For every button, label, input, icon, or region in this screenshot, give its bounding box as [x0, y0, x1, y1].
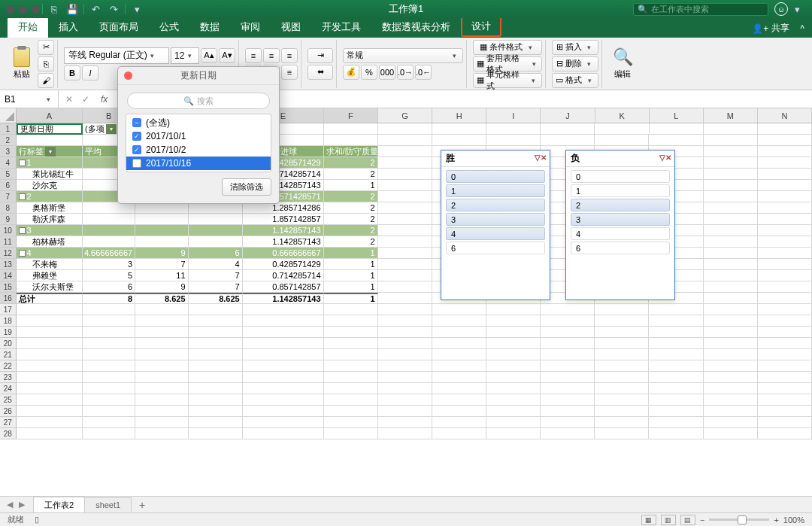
cell[interactable] — [324, 372, 378, 383]
cell[interactable] — [541, 135, 595, 146]
cell[interactable] — [432, 327, 486, 338]
slicer-item[interactable]: 1 — [571, 184, 670, 197]
cell[interactable] — [486, 338, 541, 349]
column-header[interactable]: F — [324, 108, 378, 123]
minimize-window-icon[interactable] — [19, 5, 27, 14]
cell[interactable] — [758, 123, 812, 135]
cell[interactable] — [541, 349, 595, 360]
row-header[interactable]: 24 — [0, 383, 17, 394]
cell[interactable]: 9 — [135, 281, 188, 293]
cell[interactable]: 7 — [135, 259, 188, 270]
cell[interactable] — [541, 123, 595, 135]
cell[interactable]: 0.714285714 — [243, 270, 324, 281]
cell[interactable] — [704, 236, 758, 248]
cell[interactable] — [83, 360, 135, 372]
percent-icon[interactable]: % — [361, 65, 377, 80]
cell[interactable] — [486, 327, 541, 338]
cell[interactable]: 8.625 — [135, 293, 188, 304]
collapse-icon[interactable]: − — [19, 227, 26, 234]
row-header[interactable]: 4 — [0, 157, 17, 169]
wrap-text-icon[interactable]: ⇥ — [308, 48, 333, 63]
column-header[interactable]: L — [650, 108, 704, 123]
clear-filter-icon[interactable]: ▽✕ — [659, 154, 670, 164]
cell[interactable] — [135, 202, 188, 214]
cell[interactable] — [432, 349, 486, 360]
cell[interactable] — [649, 135, 703, 146]
cell[interactable]: 5 — [83, 270, 135, 281]
cell[interactable]: 1 — [324, 180, 378, 191]
cell[interactable] — [758, 225, 812, 236]
cell[interactable] — [649, 304, 703, 315]
cell[interactable] — [649, 338, 703, 349]
cell[interactable] — [378, 327, 432, 338]
cell[interactable] — [704, 349, 758, 360]
cell[interactable]: 2 — [324, 202, 378, 214]
cell[interactable] — [243, 327, 324, 338]
slicer-item[interactable]: 3 — [571, 213, 670, 226]
normal-view-icon[interactable]: ▦ — [641, 515, 656, 525]
cell[interactable] — [83, 202, 135, 214]
cell[interactable] — [704, 304, 758, 315]
cell[interactable] — [704, 293, 758, 304]
row-header[interactable]: 15 — [0, 281, 17, 293]
cell[interactable] — [17, 360, 83, 372]
cell[interactable] — [704, 406, 758, 417]
format-painter-icon[interactable]: 🖌 — [38, 73, 54, 88]
cell[interactable] — [758, 327, 812, 338]
cell[interactable] — [432, 304, 486, 315]
cell[interactable] — [758, 406, 812, 417]
filter-dropdown-icon[interactable]: ▾ — [106, 124, 117, 134]
cell[interactable] — [486, 349, 541, 360]
cell[interactable]: 6 — [189, 248, 243, 259]
filter-search-input[interactable]: 🔍 搜索 — [127, 93, 270, 109]
cell[interactable] — [595, 327, 649, 338]
clear-filter-icon[interactable]: ▽✕ — [535, 154, 545, 164]
cell[interactable] — [595, 383, 649, 394]
cell[interactable]: 1.142857143 — [243, 293, 324, 304]
cell[interactable] — [758, 372, 812, 383]
number-format-select[interactable]: 常规▾ — [343, 48, 463, 63]
tab-formulas[interactable]: 公式 — [149, 17, 189, 38]
tab-review[interactable]: 审阅 — [230, 17, 271, 38]
cell[interactable] — [378, 169, 432, 180]
cell[interactable] — [704, 214, 758, 225]
cell[interactable]: 1.142857143 — [243, 236, 324, 248]
slicer-item[interactable]: 4 — [446, 227, 545, 240]
cell[interactable] — [650, 123, 704, 135]
cell[interactable]: −1 — [17, 157, 83, 169]
cell[interactable] — [541, 383, 595, 394]
cell[interactable] — [83, 338, 135, 349]
cell[interactable] — [595, 394, 649, 406]
cell[interactable] — [17, 417, 83, 428]
row-header[interactable]: 6 — [0, 180, 17, 191]
zoom-in-icon[interactable]: + — [774, 515, 778, 524]
decrease-decimal-icon[interactable]: .0← — [415, 65, 432, 80]
cell[interactable] — [189, 225, 243, 236]
merge-cells-icon[interactable]: ⬌ — [308, 65, 333, 80]
cell[interactable] — [17, 327, 83, 338]
column-header[interactable]: G — [378, 108, 432, 123]
cell[interactable]: 7 — [189, 270, 243, 281]
cell[interactable] — [649, 406, 703, 417]
cell[interactable] — [324, 394, 378, 406]
tab-insert[interactable]: 插入 — [48, 17, 89, 38]
cell[interactable] — [758, 180, 812, 191]
cell[interactable]: 9 — [135, 248, 188, 259]
cell[interactable]: 0.428571429 — [243, 259, 324, 270]
cell[interactable] — [83, 236, 135, 248]
cell[interactable]: 更新日期 — [17, 123, 83, 135]
cell[interactable] — [758, 135, 812, 146]
cell[interactable] — [83, 428, 135, 439]
row-header[interactable]: 19 — [0, 327, 17, 338]
cell[interactable] — [378, 406, 432, 417]
undo-icon[interactable]: ↶ — [86, 2, 105, 17]
cell[interactable] — [704, 372, 758, 383]
checkbox-icon[interactable]: ✓ — [132, 145, 141, 154]
cell[interactable] — [758, 146, 812, 157]
cell[interactable] — [704, 360, 758, 372]
cell[interactable] — [378, 123, 432, 135]
checkbox-icon[interactable] — [132, 159, 141, 168]
cell[interactable] — [486, 360, 541, 372]
slicer-item[interactable]: 1 — [446, 184, 545, 197]
cell[interactable] — [758, 259, 812, 270]
